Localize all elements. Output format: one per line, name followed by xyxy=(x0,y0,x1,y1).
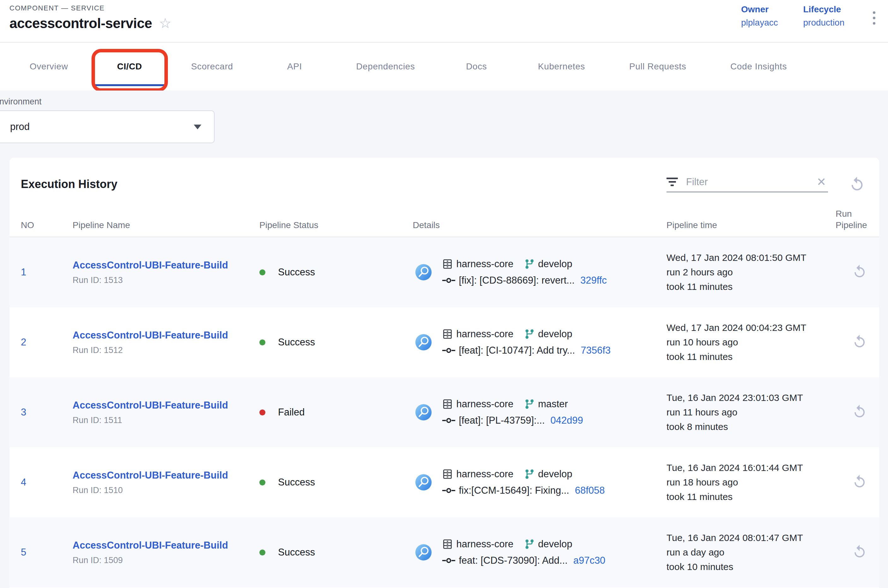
run-pipeline-button[interactable] xyxy=(852,544,867,559)
tab-api[interactable]: API xyxy=(255,43,334,90)
pipeline-time: Tue, 16 Jan 2024 16:01:44 GMT run 18 hou… xyxy=(655,460,824,504)
tab-ci-cd[interactable]: CI/CD xyxy=(90,43,169,90)
table-row: 2 AccessControl-UBI-Feature-Build Run ID… xyxy=(9,307,879,377)
pipeline-name-link[interactable]: AccessControl-UBI-Feature-Build xyxy=(72,260,248,271)
pipeline-duration: took 11 minutes xyxy=(667,350,824,364)
pipeline-duration: took 11 minutes xyxy=(667,490,824,504)
branch-name: master xyxy=(538,398,568,410)
chevron-down-icon xyxy=(194,124,201,129)
commit-hash-link[interactable]: a97c30 xyxy=(573,555,606,566)
git-commit-icon xyxy=(442,276,456,285)
col-header-run-pipeline: Run Pipeline xyxy=(824,208,875,237)
commit-hash-link[interactable]: 7356f3 xyxy=(581,345,611,356)
table-body: 1 AccessControl-UBI-Feature-Build Run ID… xyxy=(9,237,879,587)
environment-section: Environment prod xyxy=(0,90,888,158)
branch-name: develop xyxy=(538,538,572,550)
pipeline-name-link[interactable]: AccessControl-UBI-Feature-Build xyxy=(72,540,248,551)
page-header: COMPONENT — SERVICE accesscontrol-servic… xyxy=(0,0,888,43)
owner-link[interactable]: plplayacc xyxy=(741,18,778,28)
run-id: Run ID: 1510 xyxy=(72,486,248,495)
repo-name: harness-core xyxy=(456,328,514,340)
tab-bar: OverviewCI/CDScorecardAPIDependenciesDoc… xyxy=(0,43,888,90)
tab-overview[interactable]: Overview xyxy=(8,43,90,90)
clear-filter-icon[interactable]: ✕ xyxy=(815,176,828,188)
lifecycle-label: Lifecycle xyxy=(803,4,844,15)
repository-icon xyxy=(442,468,453,480)
refresh-button[interactable] xyxy=(849,176,865,192)
pipeline-duration: took 8 minutes xyxy=(667,420,824,434)
branch-name: develop xyxy=(538,328,572,340)
row-number-link[interactable]: 2 xyxy=(9,337,61,348)
status-dot xyxy=(259,339,265,345)
table-header: NO Pipeline Name Pipeline Status Details… xyxy=(9,208,879,237)
tab-label: Pull Requests xyxy=(629,62,687,72)
pipeline-duration: took 11 minutes xyxy=(667,279,824,294)
pipeline-time: Tue, 16 Jan 2024 23:01:03 GMT run 11 hou… xyxy=(655,390,824,434)
pipeline-execution-icon[interactable] xyxy=(415,404,432,421)
row-number-link[interactable]: 1 xyxy=(9,267,61,278)
filter-input[interactable] xyxy=(686,176,815,188)
refresh-icon xyxy=(849,176,865,192)
commit-message: fix:[CCM-15649]: Fixing... xyxy=(459,485,569,496)
status-label: Success xyxy=(278,547,315,558)
repository-icon xyxy=(442,538,453,550)
favorite-star-icon[interactable]: ☆ xyxy=(159,16,171,30)
pipeline-time: Wed, 17 Jan 2024 00:04:23 GMT run 10 hou… xyxy=(655,321,824,364)
run-pipeline-button[interactable] xyxy=(852,334,867,349)
repo-name: harness-core xyxy=(456,258,514,270)
pipeline-timestamp: Tue, 16 Jan 2024 23:01:03 GMT xyxy=(667,390,824,405)
pipeline-execution-icon[interactable] xyxy=(415,474,432,491)
run-pipeline-button[interactable] xyxy=(852,474,867,489)
pipeline-run-ago: run a day ago xyxy=(667,545,824,560)
tab-code-insights[interactable]: Code Insights xyxy=(708,43,809,90)
git-commit-icon xyxy=(442,486,456,495)
execution-history-title: Execution History xyxy=(21,178,117,191)
rerun-icon xyxy=(852,544,867,559)
pipeline-name-link[interactable]: AccessControl-UBI-Feature-Build xyxy=(72,470,248,481)
tab-docs[interactable]: Docs xyxy=(437,43,516,90)
run-id: Run ID: 1513 xyxy=(72,275,248,285)
pipeline-name-link[interactable]: AccessControl-UBI-Feature-Build xyxy=(72,330,248,341)
run-id: Run ID: 1511 xyxy=(72,416,248,425)
table-row: 3 AccessControl-UBI-Feature-Build Run ID… xyxy=(9,377,879,447)
tab-dependencies[interactable]: Dependencies xyxy=(334,43,437,90)
commit-hash-link[interactable]: 329ffc xyxy=(580,275,607,286)
environment-selected-value: prod xyxy=(10,121,194,132)
environment-dropdown[interactable]: prod xyxy=(0,110,215,143)
commit-hash-link[interactable]: 68f058 xyxy=(575,485,605,496)
pipeline-name-link[interactable]: AccessControl-UBI-Feature-Build xyxy=(72,400,248,411)
git-branch-icon xyxy=(524,259,535,269)
row-number-link[interactable]: 5 xyxy=(9,547,61,558)
status-dot xyxy=(259,480,265,486)
repo-name: harness-core xyxy=(456,468,514,480)
tab-pull-requests[interactable]: Pull Requests xyxy=(607,43,708,90)
pipeline-run-ago: run 10 hours ago xyxy=(667,335,824,350)
repository-icon xyxy=(442,328,453,340)
run-pipeline-button[interactable] xyxy=(852,264,867,279)
row-number-link[interactable]: 4 xyxy=(9,477,61,488)
run-pipeline-button[interactable] xyxy=(852,404,867,419)
commit-hash-link[interactable]: 042d99 xyxy=(550,415,583,426)
rerun-icon xyxy=(852,404,867,419)
commit-message: [fix]: [CDS-88669]: revert... xyxy=(459,275,575,286)
commit-message: [feat]: [PL-43759]:... xyxy=(459,415,545,426)
tab-scorecard[interactable]: Scorecard xyxy=(169,43,255,90)
page-title: accesscontrol-service xyxy=(9,15,152,31)
more-options-kebab-icon[interactable] xyxy=(870,7,879,29)
pipeline-run-ago: run 18 hours ago xyxy=(667,475,824,490)
pipeline-time: Wed, 17 Jan 2024 08:01:50 GMT run 2 hour… xyxy=(655,250,824,294)
tab-kubernetes[interactable]: Kubernetes xyxy=(516,43,607,90)
repository-icon xyxy=(442,398,453,410)
git-commit-icon xyxy=(442,346,456,355)
pipeline-time: Tue, 16 Jan 2024 08:01:47 GMT run a day … xyxy=(655,531,824,574)
pipeline-execution-icon[interactable] xyxy=(415,263,432,281)
active-tab-underline xyxy=(95,84,165,86)
pipeline-timestamp: Tue, 16 Jan 2024 08:01:47 GMT xyxy=(667,531,824,545)
pipeline-execution-icon[interactable] xyxy=(415,333,432,351)
pipeline-timestamp: Wed, 17 Jan 2024 08:01:50 GMT xyxy=(667,250,824,265)
pipeline-execution-icon[interactable] xyxy=(415,543,432,561)
tab-label: API xyxy=(287,62,302,72)
row-number-link[interactable]: 3 xyxy=(9,406,61,418)
commit-message: [feat]: [CI-10747]: Add try... xyxy=(459,345,575,356)
col-header-no: NO xyxy=(9,219,61,237)
